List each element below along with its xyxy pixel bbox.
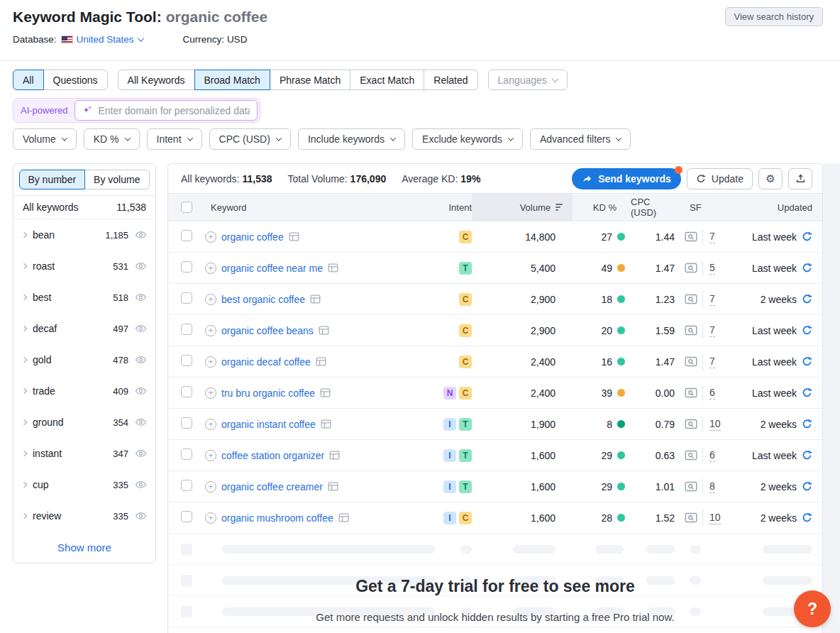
keyword-card-icon[interactable] [310, 295, 321, 304]
add-keyword-icon[interactable]: + [205, 450, 216, 461]
refresh-icon[interactable] [802, 294, 812, 304]
row-checkbox[interactable] [181, 386, 192, 397]
sf-count-link[interactable]: 7 [709, 356, 715, 368]
chevron-right-icon[interactable] [21, 419, 27, 425]
add-keyword-icon[interactable]: + [205, 231, 216, 243]
tab-all-keywords[interactable]: All Keywords [118, 70, 195, 90]
add-keyword-icon[interactable]: + [205, 387, 216, 399]
keyword-card-icon[interactable] [338, 513, 349, 522]
show-more-link[interactable]: Show more [13, 532, 155, 563]
refresh-icon[interactable] [802, 231, 812, 242]
keyword-link[interactable]: best organic coffee [221, 294, 305, 305]
sort-by-number-button[interactable]: By number [19, 170, 85, 189]
chevron-right-icon[interactable] [21, 326, 27, 331]
keyword-group-item[interactable]: roast 531 [13, 251, 155, 282]
keyword-link[interactable]: organic decaf coffee [221, 356, 311, 368]
keyword-link[interactable]: organic coffee near me [221, 263, 323, 274]
send-keywords-button[interactable]: Send keywords [572, 168, 681, 189]
serp-preview-icon[interactable] [685, 419, 697, 429]
eye-icon[interactable] [135, 355, 147, 365]
intent-filter[interactable]: Intent [147, 128, 202, 150]
tab-related[interactable]: Related [424, 70, 477, 90]
refresh-icon[interactable] [802, 419, 812, 429]
refresh-icon[interactable] [802, 481, 812, 492]
tab-all[interactable]: All [13, 70, 44, 90]
add-keyword-icon[interactable]: + [205, 481, 216, 492]
sf-count-link[interactable]: 7 [709, 231, 715, 243]
eye-icon[interactable] [135, 448, 147, 458]
chevron-right-icon[interactable] [21, 295, 27, 300]
keyword-card-icon[interactable] [328, 263, 338, 273]
sf-count-link[interactable]: 6 [709, 387, 715, 400]
cpc-filter[interactable]: CPC (USD) [209, 128, 291, 150]
add-keyword-icon[interactable]: + [205, 263, 216, 274]
add-keyword-icon[interactable]: + [205, 419, 216, 430]
tab-questions[interactable]: Questions [43, 70, 108, 90]
serp-preview-icon[interactable] [685, 450, 697, 461]
column-sf[interactable]: SF [683, 194, 740, 221]
chevron-right-icon[interactable] [21, 232, 27, 238]
column-cpc[interactable]: CPC (USD) [631, 194, 683, 221]
refresh-icon[interactable] [802, 450, 812, 461]
all-keywords-row[interactable]: All keywords 11,538 [13, 195, 155, 219]
sf-count-link[interactable]: 7 [709, 324, 715, 337]
keyword-card-icon[interactable] [329, 451, 340, 460]
kd-filter[interactable]: KD % [84, 128, 140, 150]
row-checkbox[interactable] [181, 292, 192, 304]
eye-icon[interactable] [135, 324, 147, 334]
keyword-group-item[interactable]: best 518 [13, 282, 155, 313]
sf-count-link[interactable]: 7 [709, 293, 715, 306]
keyword-group-item[interactable]: trade 409 [13, 375, 155, 407]
add-keyword-icon[interactable]: + [205, 294, 216, 305]
add-keyword-icon[interactable]: + [205, 325, 216, 336]
eye-icon[interactable] [135, 417, 147, 427]
row-checkbox[interactable] [181, 417, 192, 429]
column-kd[interactable]: KD % [573, 194, 631, 221]
keyword-link[interactable]: organic mushroom coffee [221, 512, 333, 524]
languages-dropdown[interactable]: Languages [488, 70, 568, 90]
chevron-right-icon[interactable] [21, 388, 27, 394]
serp-preview-icon[interactable] [685, 481, 697, 492]
chevron-right-icon[interactable] [21, 513, 27, 519]
tab-broad-match[interactable]: Broad Match [194, 70, 270, 90]
keyword-link[interactable]: coffee station organizer [221, 450, 324, 461]
keyword-link[interactable]: organic coffee creamer [221, 481, 323, 492]
serp-preview-icon[interactable] [685, 356, 697, 367]
keyword-card-icon[interactable] [289, 232, 299, 241]
keyword-link[interactable]: tru bru organic coffee [221, 387, 315, 399]
tab-exact-match[interactable]: Exact Match [350, 70, 424, 90]
add-keyword-icon[interactable]: + [205, 356, 216, 368]
keyword-group-item[interactable]: review 335 [13, 500, 155, 532]
include-keywords-filter[interactable]: Include keywords [298, 128, 405, 150]
row-checkbox[interactable] [181, 261, 192, 273]
keyword-link[interactable]: organic coffee beans [221, 325, 314, 336]
keyword-group-item[interactable]: instant 347 [13, 438, 155, 469]
table-settings-button[interactable]: ⚙ [758, 168, 783, 189]
row-checkbox[interactable] [181, 480, 192, 491]
export-button[interactable] [788, 168, 812, 189]
refresh-icon[interactable] [802, 263, 812, 273]
advanced-filters[interactable]: Advanced filters [530, 128, 631, 150]
view-search-history-button[interactable]: View search history [725, 7, 823, 26]
keyword-group-item[interactable]: cup 335 [13, 469, 155, 500]
serp-preview-icon[interactable] [685, 231, 697, 242]
eye-icon[interactable] [135, 480, 147, 490]
refresh-icon[interactable] [802, 512, 812, 523]
exclude-keywords-filter[interactable]: Exclude keywords [412, 128, 523, 150]
row-checkbox[interactable] [181, 448, 192, 460]
column-volume[interactable]: Volume [472, 194, 573, 221]
sf-count-link[interactable]: 10 [709, 418, 721, 431]
database-selector[interactable]: United States [77, 34, 143, 45]
eye-icon[interactable] [135, 261, 147, 271]
refresh-icon[interactable] [802, 387, 812, 398]
keyword-card-icon[interactable] [321, 419, 331, 429]
row-checkbox[interactable] [181, 230, 192, 241]
keyword-card-icon[interactable] [319, 326, 329, 335]
tab-phrase-match[interactable]: Phrase Match [270, 70, 350, 90]
row-checkbox[interactable] [181, 324, 192, 335]
serp-preview-icon[interactable] [685, 325, 697, 336]
chevron-right-icon[interactable] [21, 357, 27, 363]
eye-icon[interactable] [135, 511, 147, 521]
column-updated[interactable]: Updated [740, 194, 823, 221]
help-button[interactable]: ? [794, 590, 831, 627]
